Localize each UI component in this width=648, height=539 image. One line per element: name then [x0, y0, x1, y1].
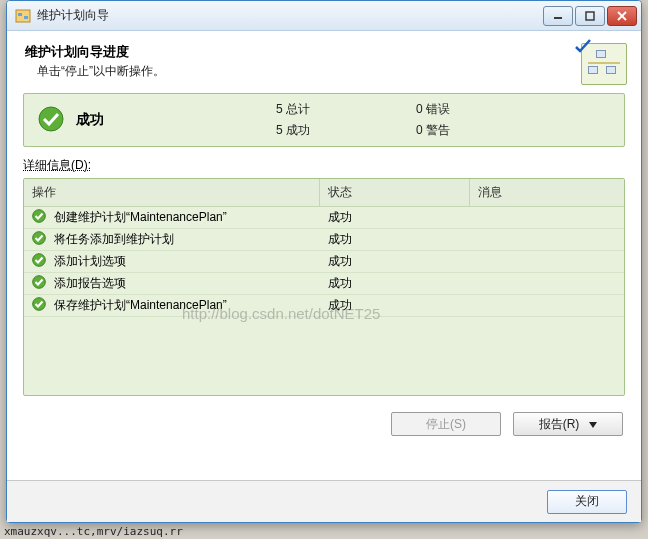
wizard-progress-icon — [581, 43, 627, 85]
page-title: 维护计划向导进度 — [25, 43, 581, 61]
footer: 关闭 — [7, 480, 641, 522]
row-status: 成功 — [328, 275, 352, 292]
row-status: 成功 — [328, 209, 352, 226]
success-icon — [32, 297, 46, 314]
row-action: 将任务添加到维护计划 — [54, 231, 174, 248]
table-row[interactable]: 创建维护计划“MaintenancePlan”成功 — [24, 207, 624, 229]
wizard-window: 维护计划向导 维护计划向导进度 单击“停止”以中断操作。 — [6, 0, 642, 523]
close-button-label: 关闭 — [575, 493, 599, 510]
close-button[interactable] — [607, 6, 637, 26]
success-icon — [32, 231, 46, 248]
background-text: xmauzxqv...tc,mrv/iazsuq.rr — [4, 525, 183, 538]
window-title: 维护计划向导 — [37, 7, 543, 24]
table-row[interactable]: 添加计划选项成功 — [24, 251, 624, 273]
row-action: 添加报告选项 — [54, 275, 126, 292]
success-count: 5 — [276, 123, 283, 137]
success-icon — [32, 275, 46, 292]
table-row[interactable]: 添加报告选项成功 — [24, 273, 624, 295]
maximize-button[interactable] — [575, 6, 605, 26]
status-summary: 成功 5 总计 0 错误 5 成功 0 警告 — [23, 93, 625, 147]
svg-marker-13 — [589, 422, 597, 428]
titlebar[interactable]: 维护计划向导 — [7, 1, 641, 31]
details-label: 详细信息(D): — [23, 157, 625, 174]
th-status[interactable]: 状态 — [320, 179, 470, 207]
success-icon — [32, 253, 46, 270]
window-buttons — [543, 6, 637, 26]
th-action[interactable]: 操作 — [24, 179, 320, 207]
success-label: 成功 — [286, 123, 310, 137]
close-dialog-button[interactable]: 关闭 — [547, 490, 627, 514]
content-area: 维护计划向导进度 单击“停止”以中断操作。 成功 5 总计 0 错误 5 成功 … — [7, 31, 641, 522]
page-subtitle: 单击“停止”以中断操作。 — [25, 63, 581, 80]
row-action: 创建维护计划“MaintenancePlan” — [54, 209, 227, 226]
row-status: 成功 — [328, 231, 352, 248]
svg-point-7 — [39, 107, 63, 131]
stop-button-label: 停止(S) — [426, 416, 466, 433]
total-label: 总计 — [286, 102, 310, 116]
warn-label: 警告 — [426, 123, 450, 137]
svg-rect-4 — [586, 12, 594, 20]
header-row: 维护计划向导进度 单击“停止”以中断操作。 — [25, 43, 627, 85]
svg-rect-1 — [18, 13, 22, 16]
svg-rect-2 — [24, 16, 28, 19]
report-button-label: 报告(R) — [539, 416, 580, 433]
table-row[interactable]: 将任务添加到维护计划成功 — [24, 229, 624, 251]
row-status: 成功 — [328, 297, 352, 314]
success-icon — [38, 106, 64, 135]
action-buttons: 停止(S) 报告(R) — [19, 412, 623, 436]
table-row[interactable]: 保存维护计划“MaintenancePlan”成功 — [24, 295, 624, 317]
minimize-button[interactable] — [543, 6, 573, 26]
report-button[interactable]: 报告(R) — [513, 412, 623, 436]
error-count: 0 — [416, 102, 423, 116]
status-label: 成功 — [76, 111, 276, 129]
details-table: 操作 状态 消息 创建维护计划“MaintenancePlan”成功将任务添加到… — [23, 178, 625, 396]
chevron-down-icon — [589, 417, 597, 431]
th-message[interactable]: 消息 — [470, 179, 624, 207]
app-icon — [15, 8, 31, 24]
row-action: 保存维护计划“MaintenancePlan” — [54, 297, 227, 314]
total-count: 5 — [276, 102, 283, 116]
success-icon — [32, 209, 46, 226]
error-label: 错误 — [426, 102, 450, 116]
warn-count: 0 — [416, 123, 423, 137]
row-status: 成功 — [328, 253, 352, 270]
stop-button: 停止(S) — [391, 412, 501, 436]
row-action: 添加计划选项 — [54, 253, 126, 270]
table-header: 操作 状态 消息 — [24, 179, 624, 207]
